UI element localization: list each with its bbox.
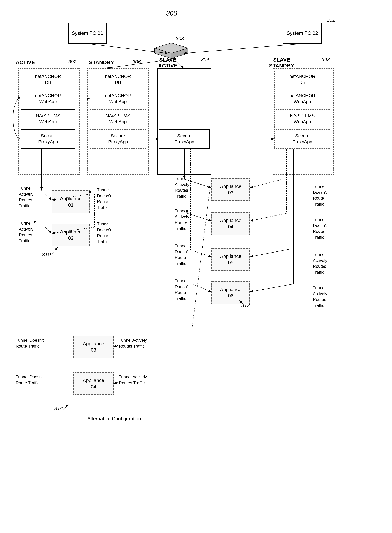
slave-active-cluster <box>157 68 211 175</box>
active-netanchor-db: netANCHORDB <box>21 71 75 88</box>
traffic-active-right-01: TunnelActivelyRoutesTraffic <box>313 252 327 275</box>
ref-308: 308 <box>322 57 330 62</box>
appliance-06: Appliance06 <box>211 281 250 304</box>
traffic-doesnt-03: TunnelDoesn'tRouteTraffic <box>175 243 189 266</box>
svg-line-15 <box>45 227 51 233</box>
standby-netanchor-webapp: netANCHORWebApp <box>90 89 146 108</box>
slave-active-label: SLAVEACTIVE <box>158 57 177 69</box>
traffic-doesnt-right-01: TunnelDoesn'tRouteTraffic <box>313 184 327 207</box>
traffic-active-right-02: TunnelActivelyRoutesTraffic <box>313 285 327 308</box>
slave-standby-netanchor-webapp: netANCHORWebApp <box>274 89 330 108</box>
ref-303: 303 <box>176 36 184 42</box>
traffic-doesnt-04: TunnelDoesn'tRouteTraffic <box>175 278 189 301</box>
ref-304: 304 <box>201 57 209 62</box>
appliance-04-bottom: Appliance04 <box>73 372 114 395</box>
standby-label: STANDBY <box>89 59 114 65</box>
slave-standby-nasp-ems: NA/SP EMSWebApp <box>274 109 330 128</box>
traffic-doesnt-02: TunnelDoesn'tRouteTraffic <box>97 221 111 245</box>
traffic-active-02: TunnelActivelyRoutesTraffic <box>19 220 33 244</box>
active-secure-proxy: SecureProxyApp <box>21 129 75 148</box>
svg-line-29 <box>250 249 290 257</box>
diagram-title: 300 <box>166 10 177 17</box>
standby-secure-proxy: SecureProxyApp <box>90 129 146 148</box>
system-pc01: System PC 01 <box>68 23 107 44</box>
active-label: ACTIVE <box>16 59 35 65</box>
ref-310: 310 <box>42 252 51 258</box>
slave-standby-netanchor-db: netANCHORDB <box>274 71 330 88</box>
ref-302: 302 <box>68 59 76 65</box>
standby-netanchor-db: netANCHORDB <box>90 71 146 88</box>
svg-line-33 <box>191 250 211 257</box>
ref-306: 306 <box>132 59 141 65</box>
svg-line-23 <box>187 213 211 221</box>
ref-312: 312 <box>241 302 250 308</box>
svg-line-25 <box>250 179 283 188</box>
ref-301: 301 <box>327 18 335 23</box>
traffic-active-03: TunnelActivelyRoutesTraffic <box>175 176 189 199</box>
appliance-05: Appliance05 <box>211 248 250 271</box>
svg-line-36 <box>52 247 58 253</box>
svg-line-41 <box>192 190 210 327</box>
traffic-doesnt-bottom-02: Tunnel Doesn'tRoute Traffic <box>16 374 44 386</box>
svg-line-31 <box>250 284 294 292</box>
svg-line-6 <box>183 44 302 53</box>
alt-config-label: Alternative Configuration <box>87 416 141 422</box>
appliance-03-bottom: Appliance03 <box>73 336 114 358</box>
slave-standby-secure-proxy: SecureProxyApp <box>274 129 330 148</box>
traffic-active-bottom-02: Tunnel ActivelyRoutes Traffic <box>119 374 147 386</box>
appliance-04-top: Appliance04 <box>211 212 250 235</box>
appliance-03-top: Appliance03 <box>211 178 250 201</box>
traffic-doesnt-01: TunnelDoesn'tRouteTraffic <box>97 187 111 210</box>
traffic-doesnt-right-02: TunnelDoesn'tRouteTraffic <box>313 217 327 240</box>
system-pc02: System PC 02 <box>283 23 322 44</box>
traffic-active-bottom-01: Tunnel ActivelyRoutes Traffic <box>119 337 147 349</box>
traffic-active-01: TunnelActivelyRoutesTraffic <box>19 185 33 209</box>
ref-314: 314 <box>54 405 63 411</box>
svg-line-14 <box>45 194 51 200</box>
slave-standby-label: SLAVESTANDBY <box>269 57 294 69</box>
traffic-active-04: TunnelActivelyRoutesTraffic <box>175 208 189 231</box>
svg-line-35 <box>192 284 211 292</box>
svg-line-27 <box>250 213 287 221</box>
active-netanchor-webapp: netANCHORWebApp <box>21 89 75 108</box>
appliance-01: Appliance01 <box>51 190 90 213</box>
active-nasp-ems: NA/SP EMSWebApp <box>21 109 75 128</box>
traffic-doesnt-bottom-01: Tunnel Doesn'tRoute Traffic <box>16 337 44 349</box>
standby-nasp-ems: NA/SP EMSWebApp <box>90 109 146 128</box>
appliance-02: Appliance02 <box>51 224 90 246</box>
slave-active-secure-proxy: SecureProxyApp <box>159 129 210 148</box>
